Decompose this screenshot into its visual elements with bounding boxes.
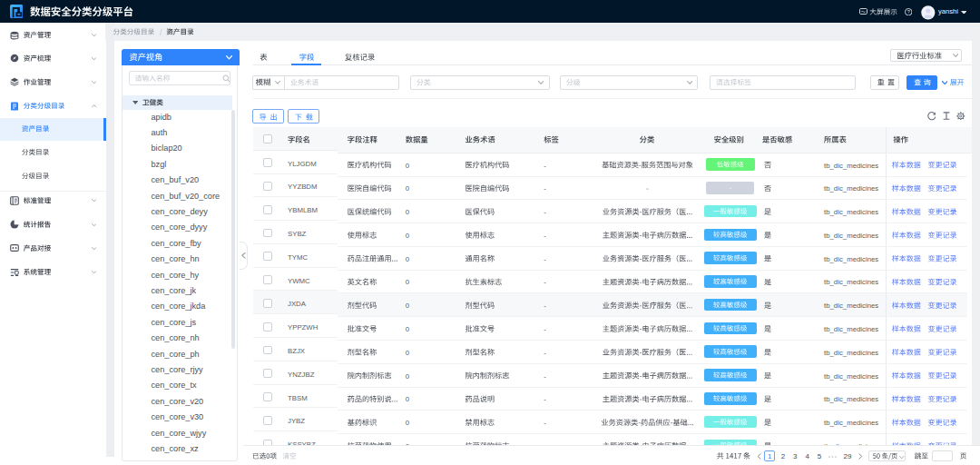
svg-text:?: ? (907, 9, 910, 15)
